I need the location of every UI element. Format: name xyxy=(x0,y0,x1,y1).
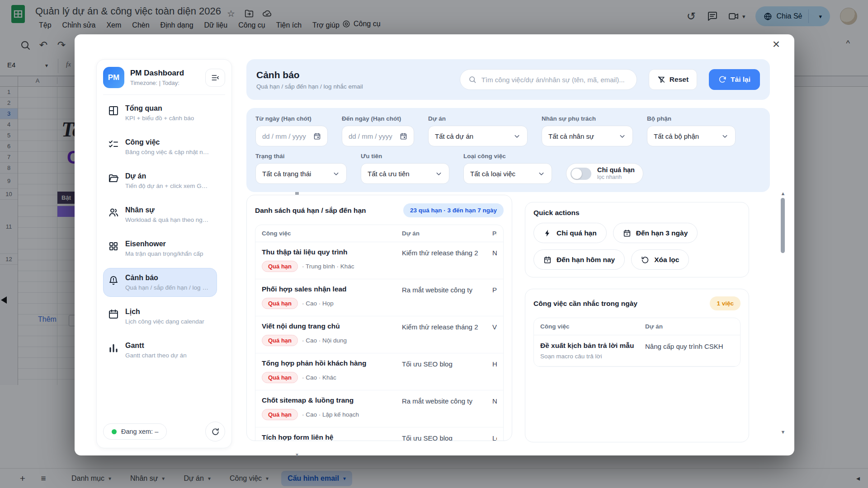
chevron-icon xyxy=(538,170,545,178)
refresh-icon xyxy=(211,427,220,436)
filter-control[interactable]: dd / mm / yyyy xyxy=(255,126,328,146)
filter-field: Trạng thái Tất cả trạng thái xyxy=(255,153,347,184)
people-icon xyxy=(108,207,119,218)
filter-field: Ưu tiên Tất cả ưu tiên xyxy=(361,153,449,184)
status-badge: Quá hạn xyxy=(262,372,298,383)
status-badge: Quá hạn xyxy=(262,261,298,272)
sidebar-nav-item[interactable]: Dự án Tiến độ dự án + click xem G… xyxy=(103,166,217,195)
filter-control[interactable]: Tất cả dự án xyxy=(428,126,528,146)
calendar-small-icon xyxy=(400,132,407,140)
filter-field: Dự án Tất cả dự án xyxy=(428,115,528,146)
sidebar-nav-item[interactable]: Gantt Gantt chart theo dự án xyxy=(103,336,217,365)
overdue-only-toggle[interactable]: Chỉ quá hạn lọc nhanh xyxy=(566,163,643,184)
scroll-down-icon[interactable]: ▼ xyxy=(294,452,300,457)
filter-label: Dự án xyxy=(428,115,528,122)
filter-label: Trạng thái xyxy=(255,153,347,160)
search-icon xyxy=(468,75,476,84)
main-scrollbar[interactable]: ▲ ▼ xyxy=(780,191,786,435)
online-dot-icon xyxy=(112,429,117,434)
scrollbar-thumb[interactable] xyxy=(781,198,785,253)
pm-avatar: PM xyxy=(103,67,124,88)
filter-control[interactable]: Tất cả loại việc xyxy=(463,163,552,184)
dashboard-sidebar: PM PM Dashboard Timezone: | Today: Tổng … xyxy=(96,59,232,448)
filter-control[interactable]: Tất cả trạng thái xyxy=(255,163,347,184)
toggle-switch[interactable] xyxy=(571,168,591,180)
filter-control[interactable]: Tất cả ưu tiên xyxy=(361,163,449,184)
rotate-icon xyxy=(641,256,649,264)
table-row[interactable]: Thu thập tài liệu quy trình Quá hạn · Tr… xyxy=(255,242,503,279)
filter-label: Đến ngày (Hạn chót) xyxy=(342,115,414,122)
daily-reminders-card: Công việc cần nhắc trong ngày 1 việc Côn… xyxy=(525,289,749,442)
reset-button[interactable]: Reset xyxy=(649,69,697,90)
table-row[interactable]: Viết nội dung trang chủ Quá hạn · Cao · … xyxy=(255,316,503,353)
scroll-up-icon[interactable]: ▲ xyxy=(780,191,786,196)
filter-field: Từ ngày (Hạn chót) dd / mm / yyyy xyxy=(255,115,328,146)
alerts-panel: Cảnh báo Quá hạn / sắp đến hạn / log nhắ… xyxy=(246,59,770,448)
panel-subtitle: Quá hạn / sắp đến hạn / log nhắc email xyxy=(256,83,363,90)
filter-off-icon xyxy=(657,75,665,84)
quick-action-button[interactable]: Đến hạn 3 ngày xyxy=(613,223,698,243)
panel-title: Cảnh báo xyxy=(256,70,363,80)
collapse-sidebar-button[interactable] xyxy=(205,69,225,87)
quick-action-button[interactable]: Xóa lọc xyxy=(631,249,689,270)
filter-control[interactable]: Tất cả nhân sự xyxy=(542,126,633,146)
chart-icon xyxy=(108,343,119,353)
table-row[interactable]: Chốt sitemap & luồng trang Quá hạn · Cao… xyxy=(255,390,503,427)
sidebar-nav-item[interactable]: Cảnh báo Quá hạn / sắp đến hạn / log … xyxy=(103,268,217,297)
viewing-status: Đang xem: – xyxy=(103,423,167,440)
filter-control[interactable]: Tất cả bộ phận xyxy=(647,126,736,146)
quick-action-button[interactable]: Chỉ quá hạn xyxy=(533,223,607,243)
table-header: Công việc Dự án Phụ tr xyxy=(534,318,740,335)
chevron-icon xyxy=(721,132,729,140)
table-row[interactable]: Tổng hợp phản hồi khách hàng Quá hạn · C… xyxy=(255,353,503,390)
status-badge: Quá hạn xyxy=(262,298,298,309)
reminder-count-badge: 1 việc xyxy=(710,296,741,310)
calendar-icon xyxy=(108,309,119,319)
filter-field: Nhân sự phụ trách Tất cả nhân sự xyxy=(542,115,633,146)
filter-label: Loại công việc xyxy=(463,153,552,160)
filter-label: Bộ phận xyxy=(647,115,736,122)
pm-dashboard-dialog: × PM PM Dashboard Timezone: | Today: xyxy=(75,34,794,455)
status-badge: Quá hạn xyxy=(262,335,298,346)
layout-icon xyxy=(108,105,119,116)
checklist-icon xyxy=(108,139,119,150)
quick-action-button[interactable]: Đến hạn hôm nay xyxy=(533,249,625,270)
reload-button[interactable]: Tải lại xyxy=(709,69,760,90)
table-row[interactable]: Phối hợp sales nhận lead Quá hạn · Cao ·… xyxy=(255,279,503,316)
chevron-icon xyxy=(513,132,521,140)
sidebar-refresh-button[interactable] xyxy=(205,422,225,441)
sidebar-nav-item[interactable]: Lịch Lịch công việc dạng calendar xyxy=(103,302,217,331)
scroll-down-icon[interactable]: ▼ xyxy=(780,429,786,435)
reminders-title: Công việc cần nhắc trong ngày xyxy=(533,300,637,308)
overdue-count-badge: 23 quá hạn · 3 đến hạn 7 ngày xyxy=(403,203,504,217)
filter-label: Nhân sự phụ trách xyxy=(542,115,633,122)
collapse-menu-icon xyxy=(211,73,220,82)
filters-panel: Từ ngày (Hạn chót) dd / mm / yyyy Đến ng… xyxy=(246,108,770,192)
task-search[interactable] xyxy=(460,69,637,90)
calendar-dot-icon xyxy=(543,256,552,264)
bell-icon xyxy=(108,275,119,286)
sidebar-nav: Tổng quan KPI + biểu đồ + cảnh báo Công … xyxy=(103,99,225,416)
calendar-dot-icon xyxy=(623,229,631,237)
alerts-header: Cảnh báo Quá hạn / sắp đến hạn / log nhắ… xyxy=(246,59,770,100)
sidebar-nav-item[interactable]: Tổng quan KPI + biểu đồ + cảnh báo xyxy=(103,99,217,127)
quick-actions-card: Quick actions Chỉ quá hạn xyxy=(525,202,749,277)
filter-field: Bộ phận Tất cả bộ phận xyxy=(647,115,736,146)
sidebar-nav-item[interactable]: Nhân sự Workload & quá hạn theo ng… xyxy=(103,200,217,229)
filter-control[interactable]: dd / mm / yyyy xyxy=(342,126,414,146)
close-icon[interactable]: × xyxy=(773,38,780,51)
overdue-list-card: Danh sách quá hạn / sắp đến hạn 23 quá h… xyxy=(246,195,512,441)
chevron-icon xyxy=(618,132,626,140)
table-row[interactable]: Tích hợp form liên hệ Tối ưu SEO blog Lê… xyxy=(255,427,503,441)
table-header: Công việc Dự án Phụ trá xyxy=(255,225,503,242)
sidebar-nav-item[interactable]: Công việc Bảng công việc & cập nhật n… xyxy=(103,132,217,161)
calendar-small-icon xyxy=(313,132,321,140)
filter-label: Ưu tiên xyxy=(361,153,449,160)
bolt-icon xyxy=(543,229,552,237)
sidebar-nav-item[interactable]: Eisenhower Ma trận quan trọng/khẩn cấp xyxy=(103,234,217,263)
sidebar-subtitle: Timezone: | Today: xyxy=(130,80,199,86)
table-row[interactable]: Đề xuất kịch bản trả lời mẫu Soạn macro … xyxy=(534,335,740,366)
filter-field: Loại công việc Tất cả loại việc xyxy=(463,153,552,184)
filter-field: Đến ngày (Hạn chót) dd / mm / yyyy xyxy=(342,115,414,146)
search-input[interactable] xyxy=(481,76,628,84)
